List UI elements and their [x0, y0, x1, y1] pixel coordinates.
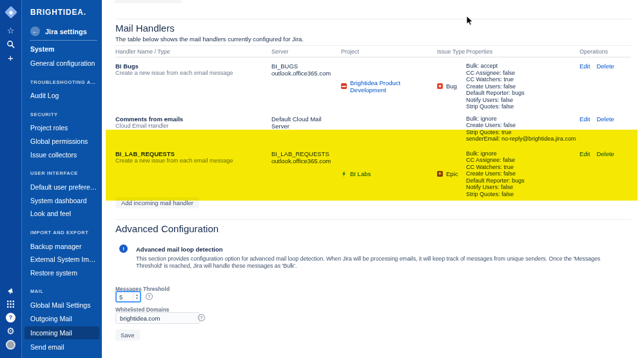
- delete-link[interactable]: Delete: [596, 115, 614, 143]
- property-line: Strip Quotes: false: [466, 191, 574, 198]
- back-arrow-icon: ←: [30, 26, 40, 36]
- sidebar-item-system[interactable]: System: [30, 43, 98, 55]
- whitelist-help-icon[interactable]: ?: [198, 314, 205, 321]
- issue-type-label: Bug: [446, 83, 457, 90]
- sidebar-section-troubleshooting: TROUBLESHOOTING AND SUPP...: [30, 79, 98, 86]
- advanced-mail-loop-description: This section provides configuration opti…: [136, 255, 616, 269]
- sidebar-item-global-mail-settings[interactable]: Global Mail Settings: [30, 299, 98, 311]
- property-line: Create Users: false: [466, 83, 574, 90]
- handler-name: Comments from emails: [115, 115, 266, 123]
- handler-type: Cloud Email Handler: [115, 123, 266, 129]
- sidebar-item-look-and-feel[interactable]: Look and feel: [30, 208, 98, 219]
- info-icon: i: [119, 244, 128, 253]
- advanced-configuration-title: Advanced Configuration: [115, 223, 219, 234]
- main-content: Mail Handlers The table below shows the …: [102, 0, 644, 358]
- table-row: Comments from emails Cloud Email Handler…: [115, 110, 631, 143]
- bug-issue-type-icon: [437, 83, 443, 89]
- server-host: outlook.office365.com: [271, 70, 336, 77]
- property-line: Notify Users: false: [466, 97, 574, 104]
- save-button[interactable]: Save: [115, 330, 140, 341]
- property-line: Strip Quotes: true: [466, 129, 574, 136]
- property-line: Notify Users: false: [466, 184, 574, 191]
- property-line: CC Watchers: true: [466, 164, 574, 171]
- project-link[interactable]: BI Labs: [350, 170, 371, 177]
- sidebar-item-external-system-import[interactable]: External System Import: [30, 254, 98, 265]
- property-line: Create Users: false: [466, 170, 574, 177]
- sidebar-item-issue-collectors[interactable]: Issue collectors: [30, 149, 98, 161]
- bi-labs-project-icon: [341, 171, 347, 177]
- epic-issue-type-icon: [437, 171, 443, 177]
- whitelisted-domains-input[interactable]: [115, 312, 200, 324]
- create-plus-icon[interactable]: +: [0, 51, 21, 64]
- delete-link[interactable]: Delete: [596, 63, 614, 110]
- sidebar-item-backup-manager[interactable]: Backup manager: [30, 241, 98, 252]
- handler-type: Create a new issue from each email messa…: [115, 70, 266, 76]
- server-name: BI_LAB_REQUESTS: [271, 150, 336, 157]
- col-properties: Properties: [466, 48, 580, 55]
- sidebar-item-send-email[interactable]: Send email: [30, 341, 98, 353]
- sidebar-item-system-dashboard[interactable]: System dashboard: [30, 195, 98, 206]
- edit-link[interactable]: Edit: [580, 150, 590, 198]
- project-avatar-icon: [341, 83, 347, 89]
- sidebar-item-incoming-mail[interactable]: Incoming Mail: [24, 326, 99, 339]
- sidebar-item-general-configuration[interactable]: General configuration: [30, 57, 98, 69]
- handler-name: BI Bugs: [115, 63, 266, 70]
- property-line: Bulk: ignore: [466, 150, 574, 157]
- col-server: Server: [271, 48, 341, 55]
- top-skeleton-bar: [115, 0, 182, 3]
- back-to-jira-settings[interactable]: ← Jira settings: [30, 26, 87, 36]
- table-row: BI Bugs Create a new issue from each ema…: [115, 57, 631, 110]
- server-name: Default Cloud Mail Server: [271, 115, 336, 130]
- settings-gear-icon[interactable]: ⚙: [0, 324, 21, 337]
- property-line: Bulk: accept: [466, 63, 574, 70]
- help-icon[interactable]: ?: [0, 311, 21, 324]
- col-project: Project: [341, 48, 437, 55]
- col-issue-type: Issue Type: [437, 48, 466, 55]
- sidebar-item-project-roles[interactable]: Project roles: [30, 122, 98, 134]
- avatar[interactable]: [0, 338, 21, 351]
- property-line: Strip Quotes: false: [466, 103, 574, 110]
- page-subtitle: The table below shows the mail handlers …: [115, 35, 304, 43]
- col-operations: Operations: [580, 48, 631, 55]
- property-line: Default Reporter: bugs: [466, 177, 574, 184]
- sidebar-section-import-export: IMPORT AND EXPORT: [30, 229, 98, 237]
- table-header-row: Handler Name / Type Server Project Issue…: [115, 45, 631, 57]
- project-link[interactable]: Brightidea Product Development: [350, 79, 432, 94]
- handler-name: BI_LAB_REQUESTS: [115, 150, 266, 157]
- edit-link[interactable]: Edit: [580, 115, 590, 143]
- sidebar-item-audit-log[interactable]: Audit Log: [30, 90, 98, 101]
- app-rail: ☆ + ? ⚙: [0, 0, 21, 358]
- table-row: BI_LAB_REQUESTS Create a new issue from …: [115, 143, 631, 198]
- property-line: CC Watchers: true: [466, 76, 574, 83]
- number-stepper[interactable]: ▲▼: [133, 292, 141, 301]
- property-line: Bulk: ignore: [466, 115, 574, 123]
- server-host: outlook.office365.com: [271, 157, 336, 164]
- sidebar-item-default-user-preferences[interactable]: Default user preferences: [30, 181, 98, 193]
- sidebar-item-global-permissions[interactable]: Global permissions: [30, 135, 98, 147]
- page-title: Mail Handlers: [115, 23, 175, 34]
- brightidea-wordmark: BRIGHTIDEA.: [30, 8, 86, 17]
- sidebar-item-restore-system[interactable]: Restore system: [30, 267, 98, 279]
- threshold-help-icon[interactable]: ?: [146, 293, 153, 300]
- app-switcher-grid-icon[interactable]: [0, 297, 21, 310]
- section-divider: [115, 219, 631, 220]
- server-name: BI_BUGS: [271, 63, 336, 70]
- search-icon[interactable]: [0, 37, 21, 50]
- announcement-icon[interactable]: [0, 284, 21, 297]
- mail-handlers-table: Handler Name / Type Server Project Issue…: [115, 45, 631, 197]
- brightidea-logo-icon[interactable]: [0, 6, 21, 18]
- top-divider: [115, 19, 631, 19]
- property-line: senderEmail: no-reply@brightidea.jira.co…: [466, 135, 574, 143]
- settings-sidebar: BRIGHTIDEA. ← Jira settings System Gener…: [21, 0, 102, 358]
- edit-link[interactable]: Edit: [580, 63, 590, 110]
- delete-link[interactable]: Delete: [596, 150, 614, 198]
- diamond-icon: [5, 6, 17, 19]
- add-incoming-mail-handler-button[interactable]: Add incoming mail handler: [115, 197, 199, 208]
- sidebar-item-outgoing-mail[interactable]: Outgoing Mail: [30, 313, 98, 324]
- handler-type: Create a new issue from each email messa…: [115, 157, 266, 164]
- property-line: Default Reporter: bugs: [466, 90, 574, 97]
- sidebar-section-mail: MAIL: [30, 288, 98, 295]
- property-line: CC Assignee: false: [466, 70, 574, 77]
- property-line: CC Assignee: false: [466, 157, 574, 164]
- star-icon[interactable]: ☆: [0, 24, 21, 37]
